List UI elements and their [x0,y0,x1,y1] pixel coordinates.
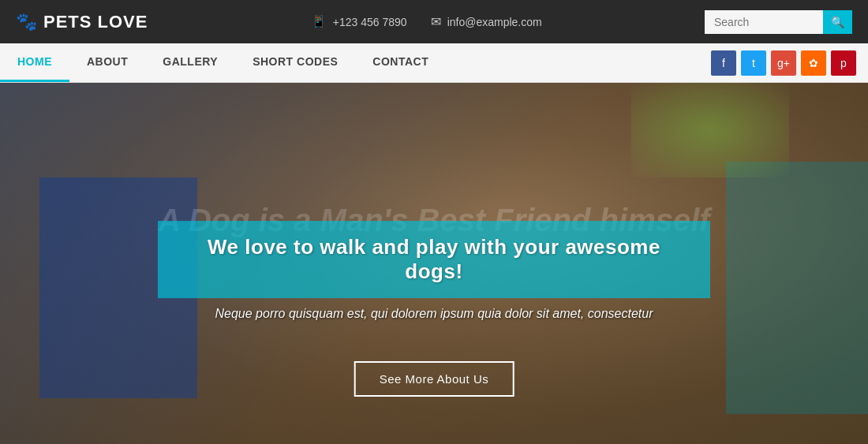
nav-item-contact[interactable]: CONTACT [355,43,446,82]
hero-main-text: We love to walk and play with your aweso… [208,235,660,283]
nav-item-about[interactable]: ABOUT [69,43,145,82]
header-contact-area: 📱 +123 456 7890 ✉ info@example.com [311,14,542,29]
search-button[interactable]: 🔍 [823,10,852,34]
main-nav: HOME ABOUT GALLERY SHORT CODES CONTACT f… [0,43,868,83]
hero-section: A Dog is a Man's Best Friend himself We … [0,83,868,444]
scene-plant [631,83,789,177]
hero-cta-button[interactable]: See More About Us [354,361,514,397]
phone-contact: 📱 +123 456 7890 [311,14,407,29]
nav-item-short-codes[interactable]: SHORT CODES [235,43,355,82]
twitter-button[interactable]: t [741,50,766,76]
social-buttons: f t g+ ✿ p [711,43,868,82]
search-area: 🔍 [705,10,852,34]
logo-text: PETS LOVE [43,12,148,32]
search-input[interactable] [705,10,823,34]
logo[interactable]: 🐾 PETS LOVE [16,12,148,32]
rss-button[interactable]: ✿ [801,50,826,76]
nav-item-home[interactable]: HOME [0,43,69,82]
nav-links: HOME ABOUT GALLERY SHORT CODES CONTACT [0,43,446,82]
email-icon: ✉ [431,14,441,29]
phone-icon: 📱 [311,14,327,29]
hero-banner: We love to walk and play with your aweso… [158,221,710,298]
phone-number: +123 456 7890 [333,16,407,28]
hero-secondary-text: Neque porro quisquam est, qui dolorem ip… [0,307,868,321]
logo-icon: 🐾 [16,12,37,32]
site-header: 🐾 PETS LOVE 📱 +123 456 7890 ✉ info@examp… [0,0,868,43]
nav-item-gallery[interactable]: GALLERY [145,43,235,82]
gplus-button[interactable]: g+ [771,50,796,76]
scene-teal-rect [726,162,868,414]
facebook-button[interactable]: f [711,50,736,76]
pinterest-button[interactable]: p [831,50,856,76]
email-address: info@example.com [447,16,542,28]
email-contact: ✉ info@example.com [431,14,542,29]
